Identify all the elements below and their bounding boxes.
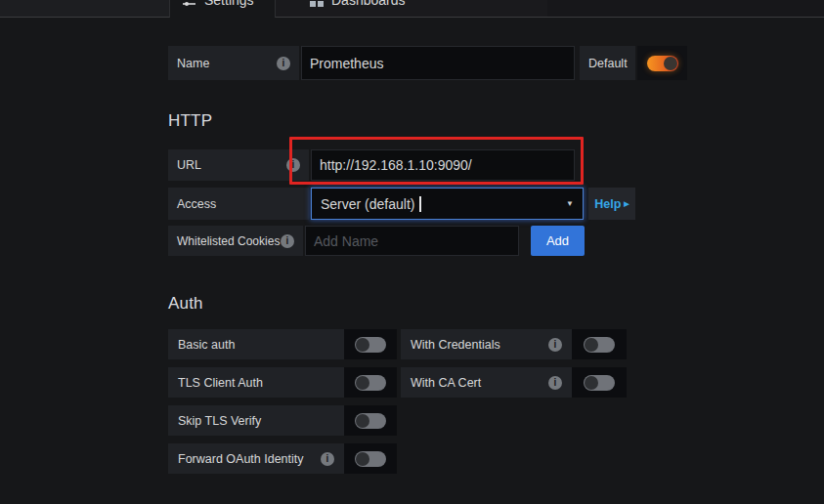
tab-dashboards-label: Dashboards [331,0,406,8]
help-button[interactable]: Help ▶ [588,188,635,220]
text-cursor [419,196,421,212]
toggle-knob [356,414,369,428]
toggle-off-pill[interactable] [355,413,386,429]
toggle-off-pill[interactable] [355,337,386,353]
tls-client-auth-label: TLS Client Auth [168,367,344,398]
default-label: Default [580,46,635,80]
toggle-knob [356,376,369,390]
info-icon[interactable]: i [286,158,300,172]
access-select-value: Server (default) [321,196,414,212]
default-toggle[interactable] [637,46,687,80]
toggle-knob [585,376,598,390]
with-credentials-label: With Credentials i [401,329,572,359]
http-section-heading: HTTP [168,111,212,131]
toggle-knob [664,57,677,70]
sliders-icon [182,0,196,8]
grafana-datasource-settings-page: Settings Dashboards Name i Default HTTP … [0,0,824,504]
skip-tls-verify-label: Skip TLS Verify [168,405,344,436]
access-field-label: Access [168,188,309,220]
name-input[interactable] [301,46,575,80]
toggle-knob [356,452,369,466]
skip-tls-verify-toggle[interactable] [344,405,397,436]
help-arrow-icon: ▶ [624,200,629,208]
with-credentials-toggle[interactable] [572,329,627,359]
info-icon[interactable]: i [548,376,562,390]
apps-icon [310,0,324,7]
whitelisted-cookies-input[interactable] [305,226,519,256]
tls-client-auth-toggle[interactable] [344,367,397,398]
tab-dashboards[interactable]: Dashboards [275,0,547,18]
toggle-off-pill[interactable] [355,451,386,467]
basic-auth-toggle[interactable] [344,329,397,359]
toggle-on-pill[interactable] [647,56,678,71]
access-select[interactable]: Server (default) ▼ [311,188,584,220]
basic-auth-label: Basic auth [168,329,344,359]
toggle-off-pill[interactable] [584,337,615,353]
info-icon[interactable]: i [548,338,562,352]
name-field-label: Name i [168,46,299,80]
tab-strip-left-pad [0,0,170,18]
info-icon[interactable]: i [321,452,334,466]
add-button[interactable]: Add [531,226,585,256]
url-field-label: URL i [168,149,309,181]
chevron-down-icon: ▼ [566,199,574,208]
forward-oauth-identity-toggle[interactable] [344,443,397,474]
with-ca-cert-toggle[interactable] [572,367,627,398]
auth-section-heading: Auth [168,294,203,314]
info-icon[interactable]: i [281,234,294,248]
forward-oauth-identity-label: Forward OAuth Identity i [168,443,344,474]
toggle-knob [356,338,369,352]
toggle-knob [585,338,598,352]
toggle-off-pill[interactable] [355,375,386,391]
whitelisted-cookies-label: Whitelisted Cookies i [168,226,303,256]
tab-strip-right-pad [547,0,824,18]
tab-settings[interactable]: Settings [170,0,275,18]
tab-settings-label: Settings [204,0,254,8]
url-input[interactable] [311,149,575,181]
toggle-off-pill[interactable] [584,375,615,391]
with-ca-cert-label: With CA Cert i [401,367,572,398]
info-icon[interactable]: i [277,57,290,70]
